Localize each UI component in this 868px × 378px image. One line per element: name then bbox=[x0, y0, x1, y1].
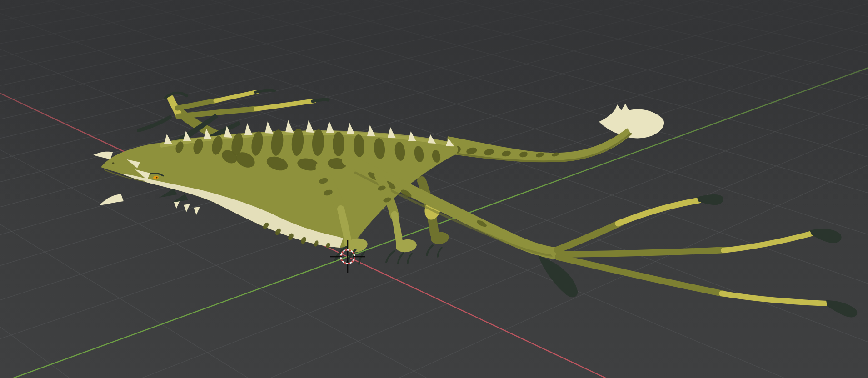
wing-finger-2 bbox=[559, 250, 726, 254]
far-wing-finger-claw bbox=[313, 99, 328, 101]
viewport-canvas[interactable] bbox=[0, 0, 868, 378]
wing-finger-3-claw bbox=[826, 300, 857, 317]
wing-finger-3 bbox=[722, 293, 827, 303]
wing-finger-2 bbox=[723, 234, 812, 250]
wing-finger-3 bbox=[558, 257, 724, 294]
wing-finger-2-claw bbox=[810, 229, 842, 243]
grid-distance-fade bbox=[0, 0, 868, 209]
nostril bbox=[112, 162, 115, 164]
eye-pupil bbox=[156, 177, 157, 178]
blender-3d-viewport[interactable] bbox=[0, 0, 868, 378]
wing-finger-1 bbox=[557, 223, 621, 250]
hind-claws bbox=[427, 245, 442, 257]
